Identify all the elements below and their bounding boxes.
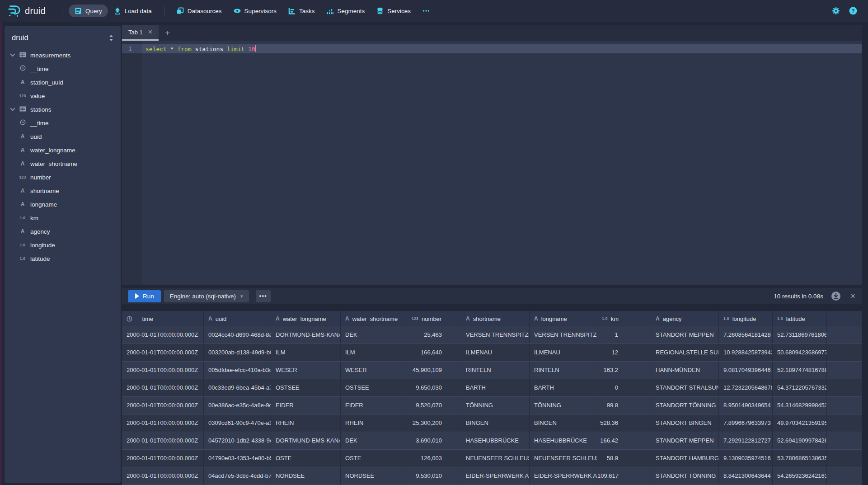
tree-item-longitude[interactable]: 1.0longitude — [5, 238, 121, 252]
tree-item-__time[interactable]: __time — [5, 62, 121, 75]
cell-water_shortname[interactable]: EIDER — [341, 397, 407, 414]
cell-__time[interactable]: 2000-01-01T00:00:00.000Z — [122, 414, 204, 432]
cell-agency[interactable]: STANDORT MEPPEN — [651, 326, 719, 344]
cell-agency[interactable]: STANDORT BINGEN — [651, 414, 719, 432]
tree-group-measurements[interactable]: measurements — [5, 48, 121, 62]
cell-longitude[interactable]: 7.2608564181428 — [719, 326, 773, 344]
cell-water_longname[interactable]: WESER — [271, 362, 341, 379]
cell-water_longname[interactable]: DORTMUND-EMS-KANAL — [271, 326, 341, 344]
cell-uuid[interactable]: 00e386ac-e35c-4a6e-9d4b — [204, 397, 271, 414]
cell-km[interactable]: 99.8 — [597, 397, 651, 414]
tab-1[interactable]: Tab 1 × — [122, 25, 159, 41]
run-button[interactable]: Run — [128, 290, 161, 302]
cell-__time[interactable]: 2000-01-01T00:00:00.000Z — [122, 467, 204, 485]
cell-number[interactable]: 9,520,070 — [407, 397, 461, 414]
cell-km[interactable]: 528.36 — [597, 414, 651, 432]
cell-longname[interactable]: BARTH — [530, 379, 597, 396]
cell-uuid[interactable]: 005dfdae-efcc-410a-b3c1 — [204, 362, 271, 379]
cell-longname[interactable]: HASEHUBBRÜCKE — [530, 432, 597, 449]
cell-longname[interactable]: EIDER-SPERRWERK AP — [530, 467, 597, 485]
column-header-latitude[interactable]: 1.0latitude — [773, 311, 827, 326]
cell-water_shortname[interactable]: OSTSEE — [341, 379, 407, 396]
query-more-button[interactable]: ••• — [256, 290, 271, 302]
tree-item-number[interactable]: 123number — [5, 170, 121, 184]
cell-__time[interactable]: 2000-01-01T00:00:00.000Z — [122, 432, 204, 449]
cell-longitude[interactable]: 8.8421300643644 — [719, 467, 773, 485]
cell-water_longname[interactable]: NORDSEE — [271, 467, 341, 485]
nav-item-query[interactable]: Query — [69, 5, 108, 17]
cell-uuid[interactable]: 00c33ed9-6bea-45b4-a7c2 — [204, 379, 271, 396]
cell-longitude[interactable]: 9.1309035974516 — [719, 450, 773, 467]
help-icon[interactable]: ? — [849, 7, 857, 15]
results-close-icon[interactable]: × — [849, 291, 857, 301]
cell-__time[interactable]: 2000-01-01T00:00:00.000Z — [122, 397, 204, 414]
cell-km[interactable]: 1 — [597, 326, 651, 344]
cell-latitude[interactable]: 52.1897474816788 — [773, 362, 827, 379]
cell-km[interactable]: 166.42 — [597, 432, 651, 449]
cell-water_shortname[interactable]: ILM — [341, 344, 407, 361]
cell-shortname[interactable]: VERSEN TRENNSPITZE — [461, 326, 530, 344]
chevron-down-icon[interactable] — [9, 106, 16, 113]
cell-shortname[interactable]: BARTH — [461, 379, 530, 396]
tree-item-water_longname[interactable]: Awater_longname — [5, 143, 121, 157]
cell-longname[interactable]: RINTELN — [530, 362, 597, 379]
cell-water_shortname[interactable]: NORDSEE — [341, 467, 407, 485]
cell-number[interactable]: 9,530,010 — [407, 467, 461, 485]
cell-shortname[interactable]: HASEHUBBRÜCKE — [461, 432, 530, 449]
tree-item-uuid[interactable]: Auuid — [5, 130, 121, 143]
nav-item-segments[interactable]: Segments — [320, 5, 371, 17]
nav-item-tasks[interactable]: Tasks — [282, 5, 321, 17]
cell-latitude[interactable]: 54.3146829998453 — [773, 397, 827, 414]
cell-__time[interactable]: 2000-01-01T00:00:00.000Z — [122, 326, 204, 344]
cell-agency[interactable]: STANDORT TÖNNING — [651, 467, 719, 485]
cell-latitude[interactable]: 50.6809423686977 — [773, 344, 827, 361]
tab-close-icon[interactable]: × — [148, 28, 152, 36]
column-header-shortname[interactable]: Ashortname — [461, 311, 530, 326]
nav-item-services[interactable]: Services — [371, 5, 417, 17]
column-header-water_longname[interactable]: Awater_longname — [271, 311, 341, 326]
tree-item-value[interactable]: 123value — [5, 89, 121, 103]
cell-water_shortname[interactable]: OSTE — [341, 450, 407, 467]
tree-item-agency[interactable]: Aagency — [5, 225, 121, 238]
cell-number[interactable]: 25,463 — [407, 326, 461, 344]
cell-shortname[interactable]: BINGEN — [461, 414, 530, 432]
cell-longitude[interactable]: 12.7232205648678 — [719, 379, 773, 396]
cell-water_longname[interactable]: RHEIN — [271, 414, 341, 432]
cell-uuid[interactable]: 0309cd61-90c9-470e-a1b2 — [204, 414, 271, 432]
cell-number[interactable]: 126,003 — [407, 450, 461, 467]
cell-agency[interactable]: STANDORT HAMBURG — [651, 450, 719, 467]
cell-shortname[interactable]: NEUENSEER SCHLEUSE — [461, 450, 530, 467]
cell-agency[interactable]: HANN-MÜNDEN — [651, 362, 719, 379]
cell-latitude[interactable]: 54.2659236242163 — [773, 467, 827, 485]
cell-number[interactable]: 9,650,030 — [407, 379, 461, 396]
cell-longname[interactable]: ILMENAU — [530, 344, 597, 361]
tree-item-km[interactable]: 1.0km — [5, 211, 121, 225]
column-header-__time[interactable]: __time — [122, 311, 204, 326]
chevron-down-icon[interactable] — [9, 52, 16, 59]
cell-longname[interactable]: VERSEN TRENNSPITZE — [530, 326, 597, 344]
cell-number[interactable]: 45,900,109 — [407, 362, 461, 379]
download-icon[interactable] — [831, 291, 841, 301]
gear-icon[interactable] — [832, 7, 840, 15]
cell-water_longname[interactable]: OSTE — [271, 450, 341, 467]
cell-latitude[interactable]: 54.3712205767332 — [773, 379, 827, 396]
cell-km[interactable]: 109.617 — [597, 467, 651, 485]
cell-agency[interactable]: STANDORT STRALSUND — [651, 379, 719, 396]
cell-agency[interactable]: STANDORT MEPPEN — [651, 432, 719, 449]
cell-__time[interactable]: 2000-01-01T00:00:00.000Z — [122, 450, 204, 467]
cell-longitude[interactable]: 7.2929122812727 — [719, 432, 773, 449]
cell-shortname[interactable]: EIDER-SPERRWERK AP — [461, 467, 530, 485]
cell-agency[interactable]: STANDORT TÖNNING — [651, 397, 719, 414]
cell-uuid[interactable]: 003200ab-d138-49d9-b0ac — [204, 344, 271, 361]
cell-longitude[interactable]: 9.0817049396446 — [719, 362, 773, 379]
cell-km[interactable]: 163.2 — [597, 362, 651, 379]
cell-latitude[interactable]: 52.7311869761806 — [773, 326, 827, 344]
cell-shortname[interactable]: TÖNNING — [461, 397, 530, 414]
cell-latitude[interactable]: 53.7806865138635 — [773, 450, 827, 467]
cell-km[interactable]: 12 — [597, 344, 651, 361]
cell-__time[interactable]: 2000-01-01T00:00:00.000Z — [122, 379, 204, 396]
cell-longname[interactable]: TÖNNING — [530, 397, 597, 414]
column-header-longitude[interactable]: 1.0longitude — [719, 311, 773, 326]
column-header-number[interactable]: 123number — [407, 311, 461, 326]
cell-km[interactable]: 58.9 — [597, 450, 651, 467]
